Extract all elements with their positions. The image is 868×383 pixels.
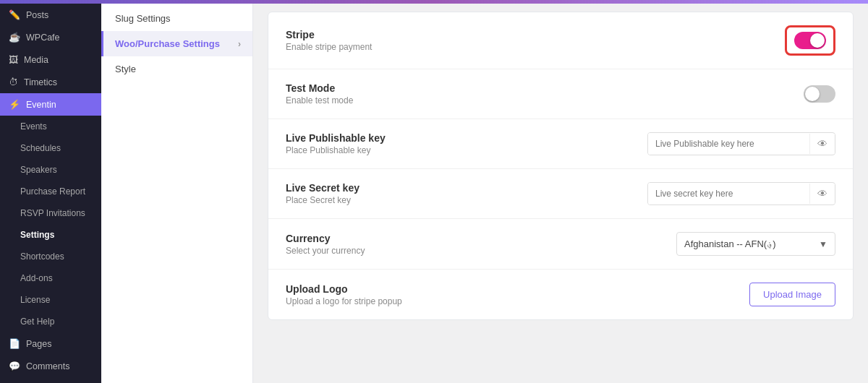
live-secret-title: Live Secret key: [286, 182, 359, 194]
timetics-icon: ⏱: [9, 77, 18, 87]
test-mode-label: Test Mode Enable test mode: [286, 82, 353, 106]
sidebar-item-get-help[interactable]: Get Help: [0, 311, 101, 332]
wpcafe-icon: ☕: [9, 32, 20, 43]
sidebar-item-speakers[interactable]: Speakers: [0, 159, 101, 181]
sidebar-item-timetics[interactable]: ⏱ Timetics: [0, 71, 101, 93]
stripe-toggle-knob: [810, 33, 825, 48]
upload-logo-row: Upload Logo Upload a logo for stripe pop…: [268, 270, 853, 319]
currency-title: Currency: [286, 233, 365, 244]
sidebar-item-media[interactable]: 🖼 Media: [0, 48, 101, 71]
stripe-label: Stripe Enable stripe payment: [286, 29, 372, 52]
sidebar-item-license[interactable]: License: [0, 289, 101, 311]
currency-row: Currency Select your currency Afghanista…: [268, 219, 853, 270]
stripe-setting-row: Stripe Enable stripe payment: [268, 12, 853, 69]
secondary-sidebar: Slug Settings Woo/Purchase Settings › St…: [101, 0, 253, 383]
media-icon: 🖼: [9, 54, 18, 65]
sec-item-style[interactable]: Style: [101, 56, 252, 82]
sidebar-item-schedules[interactable]: Schedules: [0, 137, 101, 159]
currency-selected-value: Afghanistan -- AFN(؋): [684, 238, 776, 249]
sidebar-item-settings[interactable]: Settings: [0, 224, 101, 246]
sidebar-item-rsvp[interactable]: RSVP Invitations: [0, 202, 101, 224]
sidebar-item-eventin[interactable]: ⚡ Eventin: [0, 93, 101, 116]
stripe-toggle[interactable]: [794, 32, 826, 49]
live-publishable-title: Live Publishable key: [286, 132, 386, 144]
live-secret-key-eye-button[interactable]: 👁: [809, 184, 835, 204]
pages-icon: 📄: [9, 338, 20, 349]
live-publishable-label: Live Publishable key Place Publishable k…: [286, 132, 386, 155]
live-publishable-key-eye-button[interactable]: 👁: [809, 134, 835, 154]
content-area: Stripe Enable stripe payment Te: [253, 0, 868, 383]
sidebar-item-pages[interactable]: 📄 Pages: [0, 332, 101, 355]
currency-label: Currency Select your currency: [286, 233, 365, 256]
test-mode-toggle-track[interactable]: [804, 85, 835, 103]
sidebar-item-events[interactable]: Events: [0, 116, 101, 137]
live-publishable-desc: Place Publishable key: [286, 145, 386, 155]
stripe-toggle-box[interactable]: [785, 25, 835, 56]
live-publishable-key-input[interactable]: [648, 133, 809, 155]
sidebar-item-purchase-report[interactable]: Purchase Report: [0, 181, 101, 202]
eventin-icon: ⚡: [9, 99, 20, 110]
live-secret-key-input[interactable]: [648, 183, 809, 205]
sidebar-item-wpcafe[interactable]: ☕ WPCafe: [0, 26, 101, 48]
currency-desc: Select your currency: [286, 246, 365, 256]
test-mode-desc: Enable test mode: [286, 95, 353, 106]
comments-icon: 💬: [9, 361, 20, 371]
test-mode-title: Test Mode: [286, 82, 353, 94]
sidebar-item-addons[interactable]: Add-ons: [0, 267, 101, 289]
test-mode-toggle[interactable]: [804, 85, 835, 103]
sec-item-slug-settings[interactable]: Slug Settings: [101, 6, 252, 31]
live-secret-label: Live Secret key Place Secret key: [286, 182, 359, 205]
main-sidebar: ✏️ Posts ☕ WPCafe 🖼 Media ⏱ Timetics ⚡ E…: [0, 0, 101, 383]
posts-icon: ✏️: [9, 9, 20, 20]
sidebar-item-shortcodes[interactable]: Shortcodes: [0, 246, 101, 267]
stripe-toggle-track[interactable]: [794, 32, 826, 49]
stripe-desc: Enable stripe payment: [286, 42, 372, 52]
currency-select[interactable]: Afghanistan -- AFN(؋) ▼: [676, 232, 835, 256]
sidebar-item-posts[interactable]: ✏️ Posts: [0, 4, 101, 26]
stripe-title: Stripe: [286, 29, 372, 40]
upload-logo-label: Upload Logo Upload a logo for stripe pop…: [286, 283, 402, 306]
live-secret-desc: Place Secret key: [286, 195, 359, 205]
sec-item-woo-purchase[interactable]: Woo/Purchase Settings ›: [101, 31, 252, 56]
content-wrapper: Stripe Enable stripe payment Te: [253, 0, 868, 383]
upload-logo-title: Upload Logo: [286, 283, 402, 295]
settings-section: Stripe Enable stripe payment Te: [268, 12, 854, 320]
test-mode-toggle-knob: [805, 87, 820, 101]
upload-logo-desc: Upload a logo for stripe popup: [286, 296, 402, 306]
chevron-right-icon: ›: [238, 39, 241, 49]
live-secret-key-row: Live Secret key Place Secret key 👁: [268, 169, 853, 219]
chevron-down-icon: ▼: [819, 239, 827, 249]
sidebar-item-comments[interactable]: 💬 Comments: [0, 355, 101, 377]
upload-image-button[interactable]: Upload Image: [749, 283, 835, 306]
live-publishable-key-row: Live Publishable key Place Publishable k…: [268, 119, 853, 169]
live-secret-key-input-wrapper: 👁: [647, 182, 835, 205]
test-mode-setting-row: Test Mode Enable test mode: [268, 69, 853, 119]
live-publishable-key-input-wrapper: 👁: [647, 132, 835, 155]
sidebar-item-appearance[interactable]: 🎨 Appearance: [0, 377, 101, 383]
